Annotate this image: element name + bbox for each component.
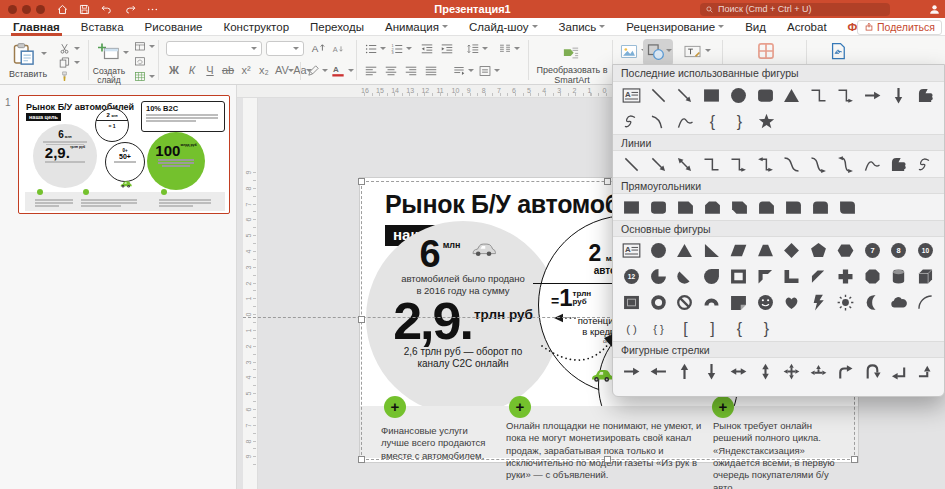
shape-elbow-connector-icon[interactable] bbox=[700, 153, 723, 176]
tab-Вставка[interactable]: Вставка bbox=[81, 21, 124, 33]
picture-icon[interactable] bbox=[618, 42, 640, 61]
text-box-icon[interactable] bbox=[682, 42, 703, 61]
shape-bent-up-arrow-icon[interactable] bbox=[914, 360, 937, 383]
tab-Переходы[interactable]: Переходы bbox=[310, 21, 364, 33]
shape-line-icon[interactable] bbox=[620, 153, 643, 176]
tab-Анимация[interactable]: Анимация bbox=[385, 21, 448, 33]
superscript-button[interactable]: x² bbox=[238, 62, 254, 78]
numbering-icon[interactable]: 123 bbox=[390, 42, 404, 56]
shape-cube-icon[interactable] bbox=[914, 265, 937, 288]
shape-bent-up-arrow-left-icon[interactable] bbox=[888, 360, 911, 383]
shape-bevel-icon[interactable] bbox=[620, 291, 643, 314]
shape-snip-same-side-corner-rectangle-icon[interactable] bbox=[701, 196, 724, 219]
italic-button[interactable]: К bbox=[184, 62, 200, 78]
format-painter-icon[interactable] bbox=[58, 70, 71, 83]
shape-folded-corner-icon[interactable] bbox=[727, 291, 750, 314]
shape-arrow-up-down-icon[interactable] bbox=[754, 360, 777, 383]
shape-arrow-icon[interactable] bbox=[674, 84, 697, 107]
shape-chord-icon[interactable] bbox=[674, 265, 697, 288]
shape-elbow-double-arrow-connector-icon[interactable] bbox=[754, 153, 777, 176]
font-size-combobox[interactable] bbox=[266, 41, 304, 56]
shape-right-brace-icon[interactable]: } bbox=[728, 110, 751, 133]
shape-double-arrow-icon[interactable] bbox=[674, 153, 697, 176]
shape-corner-icon[interactable] bbox=[781, 265, 804, 288]
table-icon[interactable] bbox=[133, 70, 147, 83]
cut-icon[interactable] bbox=[58, 42, 71, 55]
selection-handle[interactable] bbox=[851, 456, 858, 463]
selection-handle[interactable] bbox=[358, 456, 365, 463]
shape-snip-round-single-corner-rectangle-icon[interactable] bbox=[755, 196, 778, 219]
shape-heart-icon[interactable] bbox=[781, 291, 804, 314]
shape-rounded-rectangle-icon[interactable] bbox=[754, 84, 777, 107]
shape-isosceles-triangle-icon[interactable] bbox=[674, 239, 697, 262]
shape-arrow-down-icon[interactable] bbox=[888, 84, 911, 107]
shape-arrow-down-icon[interactable] bbox=[700, 360, 723, 383]
shape-octagon-8-icon[interactable]: 8 bbox=[888, 239, 911, 262]
shape-no-symbol-icon[interactable] bbox=[674, 291, 697, 314]
strikethrough-button[interactable]: ab bbox=[220, 62, 236, 78]
shape-snip-single-corner-rectangle-icon[interactable] bbox=[674, 196, 697, 219]
align-right-icon[interactable] bbox=[404, 64, 418, 78]
shape-round-single-corner-rectangle-icon[interactable] bbox=[782, 196, 805, 219]
shape-pentagon-icon[interactable] bbox=[807, 239, 830, 262]
tab-Acrobat[interactable]: Acrobat bbox=[787, 21, 827, 33]
decrease-font-icon[interactable]: A bbox=[330, 41, 346, 57]
shape-freeform-icon[interactable] bbox=[914, 84, 937, 107]
selection-handle[interactable] bbox=[358, 316, 365, 323]
shape-dodecagon-12-icon[interactable]: 12 bbox=[620, 265, 643, 288]
align-text-icon[interactable] bbox=[478, 64, 492, 78]
paste-label[interactable]: Вставить bbox=[2, 70, 54, 80]
shape-arrow-right-icon[interactable] bbox=[861, 84, 884, 107]
increase-font-icon[interactable]: A bbox=[310, 40, 327, 57]
selection-handle[interactable] bbox=[604, 456, 611, 463]
search-input[interactable] bbox=[718, 4, 885, 14]
shape-line-icon[interactable] bbox=[647, 84, 670, 107]
tab-Запись[interactable]: Запись bbox=[559, 21, 606, 33]
shape-decagon-10-icon[interactable]: 10 bbox=[914, 239, 937, 262]
shape-arrow-up-icon[interactable] bbox=[674, 360, 697, 383]
shape-sun-icon[interactable] bbox=[834, 291, 857, 314]
shape-rectangle-icon[interactable] bbox=[620, 196, 643, 219]
shape-right-bracket-icon[interactable]: ] bbox=[701, 317, 724, 340]
selection-handle[interactable] bbox=[604, 178, 611, 185]
slide-thumbnail[interactable]: Рынок Б/У автомобилей наша цель 10% B2C … bbox=[18, 95, 230, 214]
shape-curved-double-arrow-connector-icon[interactable] bbox=[834, 153, 857, 176]
shape-double-brace-icon[interactable]: { } bbox=[647, 317, 670, 340]
account-icon[interactable] bbox=[928, 3, 941, 16]
shape-round-diagonal-corner-rectangle-icon[interactable] bbox=[836, 196, 859, 219]
shape-left-brace-icon[interactable]: { bbox=[701, 110, 724, 133]
tab-Главная[interactable]: Главная bbox=[13, 21, 60, 33]
shape-star-icon[interactable] bbox=[755, 110, 778, 133]
acrobat-pdf-icon[interactable] bbox=[828, 41, 848, 61]
selection-handle[interactable] bbox=[358, 178, 365, 185]
shape-teardrop-icon[interactable] bbox=[700, 265, 723, 288]
shape-curved-arrow-connector-icon[interactable] bbox=[807, 153, 830, 176]
highlighter-icon[interactable] bbox=[306, 63, 321, 78]
shape-can-icon[interactable] bbox=[888, 265, 911, 288]
shape-text-box-icon[interactable]: A bbox=[620, 84, 643, 107]
tab-Рисование[interactable]: Рисование bbox=[145, 21, 203, 33]
shape-donut-icon[interactable] bbox=[647, 291, 670, 314]
shape-scribble-icon[interactable] bbox=[620, 110, 643, 133]
shape-elbow-connector-icon[interactable] bbox=[807, 84, 830, 107]
shape-arrow-icon[interactable] bbox=[647, 153, 670, 176]
shape-text-box-icon[interactable]: A bbox=[620, 239, 643, 262]
cells-grid-icon[interactable] bbox=[756, 41, 776, 61]
shape-arc-down-icon[interactable] bbox=[647, 110, 670, 133]
shape-bent-arrow-icon[interactable] bbox=[834, 360, 857, 383]
shape-arc-icon[interactable] bbox=[914, 291, 937, 314]
shape-octagon-icon[interactable] bbox=[861, 265, 884, 288]
shape-curve-icon[interactable] bbox=[674, 110, 697, 133]
smartart-label[interactable]: Преобразовать в SmartArt bbox=[534, 66, 610, 86]
new-slide-label[interactable]: Создать слайд bbox=[84, 67, 134, 86]
underline-button[interactable]: Ч bbox=[202, 62, 218, 78]
shape-isosceles-triangle-icon[interactable] bbox=[781, 84, 804, 107]
shape-freeform-icon[interactable] bbox=[888, 153, 911, 176]
shape-parallelogram-icon[interactable] bbox=[727, 239, 750, 262]
tab-Вид[interactable]: Вид bbox=[745, 21, 766, 33]
text-direction-icon[interactable] bbox=[452, 64, 466, 78]
shape-frame-icon[interactable] bbox=[727, 265, 750, 288]
align-center-icon[interactable] bbox=[384, 64, 398, 78]
smartart-icon[interactable] bbox=[560, 44, 582, 62]
tab-Слайд-шоу[interactable]: Слайд-шоу bbox=[469, 21, 538, 33]
